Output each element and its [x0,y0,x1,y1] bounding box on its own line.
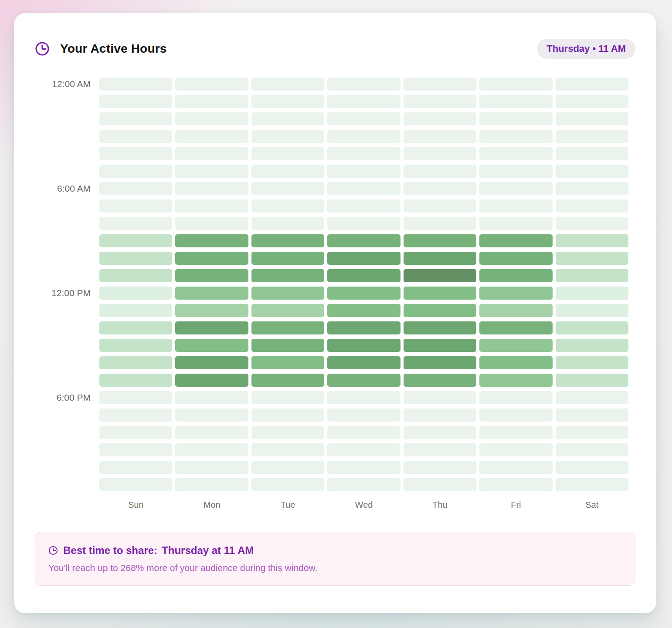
heatmap-cell[interactable] [327,147,400,160]
heatmap-cell[interactable] [99,217,172,230]
heatmap-cell[interactable] [479,391,552,404]
heatmap-cell[interactable] [99,461,172,474]
heatmap-cell[interactable] [479,287,552,300]
heatmap-cell[interactable] [479,252,552,265]
heatmap-cell[interactable] [556,321,628,334]
heatmap-cell[interactable] [404,374,476,387]
heatmap-cell[interactable] [251,409,324,422]
heatmap-cell[interactable] [404,234,476,247]
heatmap-cell[interactable] [327,287,400,300]
heatmap-cell[interactable] [479,269,552,282]
heatmap-cell[interactable] [404,182,476,195]
heatmap-cell[interactable] [251,391,324,404]
heatmap-cell[interactable] [251,217,324,230]
heatmap-cell[interactable] [479,217,552,230]
heatmap-cell[interactable] [556,165,628,178]
heatmap-cell[interactable] [479,374,552,387]
heatmap-cell[interactable] [479,95,552,108]
heatmap-cell[interactable] [99,443,172,456]
heatmap-cell[interactable] [404,461,476,474]
heatmap-cell[interactable] [251,112,324,125]
heatmap-cell[interactable] [327,78,400,91]
heatmap-cell[interactable] [99,147,172,160]
heatmap-cell[interactable] [556,112,628,125]
heatmap-cell[interactable] [556,199,628,213]
heatmap-cell[interactable] [479,356,552,369]
heatmap-cell[interactable] [479,165,552,178]
heatmap-cell[interactable] [479,339,552,352]
heatmap-cell[interactable] [251,478,324,491]
heatmap-cell[interactable] [327,356,400,369]
heatmap-cell[interactable] [251,130,324,143]
heatmap-cell[interactable] [404,321,476,334]
heatmap-cell[interactable] [479,182,552,195]
heatmap-cell[interactable] [327,443,400,456]
heatmap-cell[interactable] [404,287,476,300]
heatmap-cell[interactable] [99,391,172,404]
heatmap-cell[interactable] [99,78,172,91]
heatmap-cell[interactable] [327,391,400,404]
heatmap-cell[interactable] [99,321,172,334]
heatmap-cell[interactable] [175,374,248,387]
heatmap-cell[interactable] [327,252,400,265]
heatmap-cell[interactable] [175,304,248,317]
heatmap-cell[interactable] [175,217,248,230]
heatmap-cell[interactable] [99,374,172,387]
heatmap-cell[interactable] [479,112,552,125]
heatmap-cell[interactable] [556,234,628,247]
heatmap-cell[interactable] [327,130,400,143]
heatmap-cell[interactable] [404,304,476,317]
heatmap-cell[interactable] [99,182,172,195]
heatmap-cell[interactable] [99,269,172,282]
heatmap-cell[interactable] [556,269,628,282]
heatmap-cell[interactable] [251,78,324,91]
heatmap-cell[interactable] [99,252,172,265]
heatmap-cell[interactable] [251,147,324,160]
heatmap-cell[interactable] [479,130,552,143]
heatmap-cell[interactable] [327,199,400,213]
heatmap-cell[interactable] [327,95,400,108]
heatmap-cell[interactable] [327,112,400,125]
heatmap-cell[interactable] [175,391,248,404]
heatmap-cell[interactable] [327,374,400,387]
heatmap-cell[interactable] [251,199,324,213]
heatmap-cell[interactable] [404,217,476,230]
heatmap-cell[interactable] [175,199,248,213]
heatmap-cell[interactable] [175,252,248,265]
heatmap-cell[interactable] [479,234,552,247]
heatmap-cell[interactable] [556,409,628,422]
heatmap-cell[interactable] [251,269,324,282]
heatmap-cell[interactable] [175,165,248,178]
heatmap-cell[interactable] [556,182,628,195]
heatmap-cell[interactable] [175,409,248,422]
heatmap-cell[interactable] [327,339,400,352]
heatmap-cell[interactable] [175,461,248,474]
heatmap-cell[interactable] [251,252,324,265]
heatmap-cell[interactable] [327,409,400,422]
heatmap-cell[interactable] [479,199,552,213]
heatmap-cell[interactable] [251,374,324,387]
heatmap-cell[interactable] [99,426,172,439]
heatmap-cell[interactable] [251,356,324,369]
heatmap-cell[interactable] [251,426,324,439]
heatmap-cell[interactable] [404,426,476,439]
heatmap-cell[interactable] [404,147,476,160]
heatmap-cell[interactable] [556,339,628,352]
heatmap-cell[interactable] [175,78,248,91]
heatmap-cell[interactable] [99,165,172,178]
heatmap-cell[interactable] [327,269,400,282]
heatmap-cell[interactable] [556,130,628,143]
heatmap-cell[interactable] [99,478,172,491]
heatmap-cell[interactable] [404,443,476,456]
heatmap-cell[interactable] [175,443,248,456]
heatmap-cell[interactable] [556,426,628,439]
heatmap-cell[interactable] [175,234,248,247]
heatmap-cell[interactable] [327,234,400,247]
heatmap-cell[interactable] [479,409,552,422]
heatmap-cell[interactable] [479,147,552,160]
heatmap-cell[interactable] [556,252,628,265]
heatmap-cell[interactable] [404,199,476,213]
heatmap-cell[interactable] [327,304,400,317]
heatmap-cell[interactable] [327,165,400,178]
heatmap-cell[interactable] [556,461,628,474]
